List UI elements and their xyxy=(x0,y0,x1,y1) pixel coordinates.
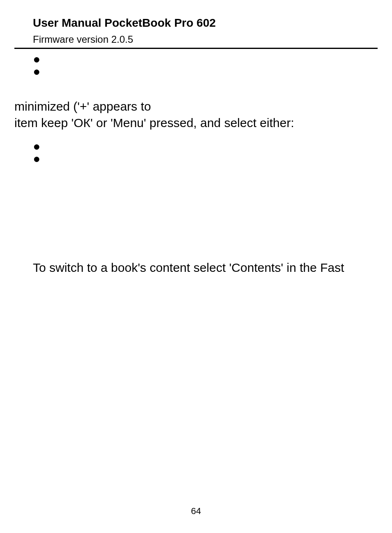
text-line: minimized ('+' appears to xyxy=(14,100,151,113)
firmware-version: Firmware version 2.0.5 xyxy=(33,34,378,45)
paragraph-contents: To switch to a book's content select 'Co… xyxy=(33,260,378,276)
bullet-item: ● xyxy=(33,65,378,78)
bullet-item: ● xyxy=(33,153,378,165)
paragraph-minimized: minimized ('+' appears to item keep 'ОК'… xyxy=(14,98,378,131)
bullet-list-1: ● ● xyxy=(33,53,378,78)
header-divider xyxy=(14,48,378,49)
page-number: 64 xyxy=(0,506,392,517)
manual-title: User Manual PocketBook Pro 602 xyxy=(33,16,378,30)
bullet-item: ● xyxy=(33,140,378,153)
text-line: item keep 'ОК' or 'Menu' pressed, and se… xyxy=(14,116,294,130)
document-page: User Manual PocketBook Pro 602 Firmware … xyxy=(0,0,392,533)
bullet-item: ● xyxy=(33,53,378,65)
bullet-list-2: ● ● xyxy=(33,140,378,165)
